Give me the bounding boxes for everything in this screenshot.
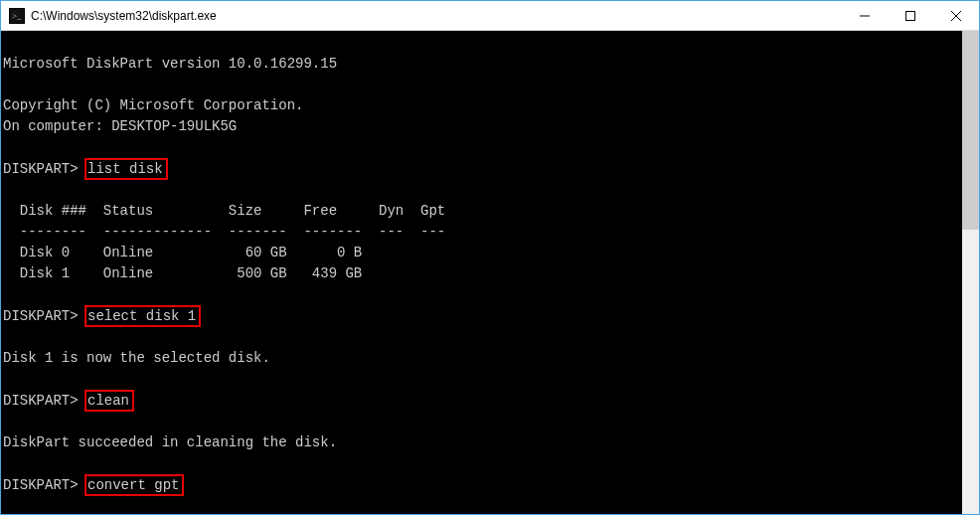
copyright-line: Copyright (C) Microsoft Corporation.: [3, 95, 962, 116]
prompt: DISKPART>: [3, 477, 86, 493]
highlight-convert-gpt: convert gpt: [84, 474, 184, 496]
blank-line: [3, 33, 962, 54]
blank-line: [3, 453, 962, 474]
highlight-clean: clean: [84, 390, 134, 412]
prompt-line-list-disk: DISKPART> list disk: [3, 158, 962, 180]
prompt-line-select-disk: DISKPART> select disk 1: [3, 305, 962, 327]
table-header: Disk ### Status Size Free Dyn Gpt: [3, 201, 962, 222]
prompt: DISKPART>: [3, 161, 86, 177]
blank-line: [3, 137, 962, 158]
blank-line: [3, 75, 962, 95]
computer-line: On computer: DESKTOP-19ULK5G: [3, 116, 962, 137]
maximize-button[interactable]: [888, 1, 933, 30]
blank-line: [3, 496, 962, 514]
prompt: DISKPART>: [3, 308, 86, 324]
prompt-line-clean: DISKPART> clean: [3, 390, 962, 412]
msg-cleaned: DiskPart succeeded in cleaning the disk.: [3, 432, 962, 453]
blank-line: [3, 180, 962, 201]
scrollbar-thumb[interactable]: [962, 31, 979, 230]
prompt: DISKPART>: [3, 393, 86, 409]
minimize-button[interactable]: [842, 1, 888, 30]
table-row: Disk 1 Online 500 GB 439 GB: [3, 263, 962, 284]
svg-rect-4: [906, 11, 915, 20]
prompt-line-convert: DISKPART> convert gpt: [3, 474, 962, 496]
highlight-select-disk: select disk 1: [84, 305, 201, 327]
console-area: Microsoft DiskPart version 10.0.16299.15…: [1, 31, 979, 514]
blank-line: [3, 412, 962, 432]
blank-line: [3, 369, 962, 390]
blank-line: [3, 327, 962, 348]
window-controls: [842, 1, 979, 30]
table-row: Disk 0 Online 60 GB 0 B: [3, 243, 962, 263]
diskpart-window: >_ C:\Windows\system32\diskpart.exe Micr…: [0, 0, 980, 515]
msg-selected: Disk 1 is now the selected disk.: [3, 348, 962, 369]
cmd-icon: >_: [9, 8, 25, 24]
close-button[interactable]: [933, 1, 979, 30]
window-title: C:\Windows\system32\diskpart.exe: [31, 9, 842, 23]
blank-line: [3, 284, 962, 305]
vertical-scrollbar[interactable]: [962, 31, 979, 514]
highlight-list-disk: list disk: [84, 158, 168, 180]
titlebar[interactable]: >_ C:\Windows\system32\diskpart.exe: [1, 1, 979, 31]
version-line: Microsoft DiskPart version 10.0.16299.15: [3, 54, 962, 75]
table-divider: -------- ------------- ------- ------- -…: [3, 222, 962, 243]
svg-text:>_: >_: [12, 11, 22, 21]
console-output[interactable]: Microsoft DiskPart version 10.0.16299.15…: [1, 31, 962, 514]
